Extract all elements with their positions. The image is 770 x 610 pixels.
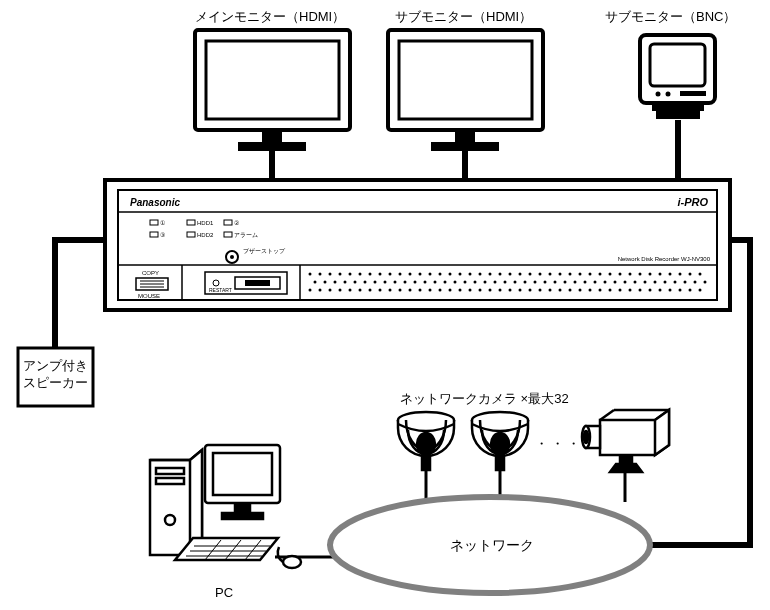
svg-point-60 (419, 273, 422, 276)
svg-point-86 (679, 273, 682, 276)
recorder-copy-label: COPY (142, 270, 159, 276)
svg-point-136 (379, 289, 382, 292)
recorder-brand: Panasonic (130, 197, 180, 208)
svg-point-119 (614, 281, 617, 284)
svg-point-51 (329, 273, 332, 276)
svg-point-73 (549, 273, 552, 276)
svg-point-130 (319, 289, 322, 292)
svg-point-133 (349, 289, 352, 292)
recorder-icon: Panasonic i-PRO ① HDD1 ② ③ HDD2 アラーム ブザー… (105, 180, 730, 310)
svg-point-121 (634, 281, 637, 284)
svg-point-54 (359, 273, 362, 276)
svg-point-189 (491, 433, 509, 455)
svg-point-79 (609, 273, 612, 276)
svg-point-82 (639, 273, 642, 276)
svg-point-56 (379, 273, 382, 276)
svg-point-146 (479, 289, 482, 292)
svg-point-113 (554, 281, 557, 284)
recorder-restart-label: RESTART (209, 287, 232, 293)
cameras-label: ネットワークカメラ ×最大32 (400, 390, 569, 408)
svg-point-157 (589, 289, 592, 292)
svg-point-98 (404, 281, 407, 284)
svg-rect-172 (156, 478, 184, 484)
svg-point-107 (494, 281, 497, 284)
svg-point-159 (609, 289, 612, 292)
svg-point-90 (324, 281, 327, 284)
camera-ellipsis: ・・・ (535, 435, 583, 453)
svg-point-152 (539, 289, 542, 292)
svg-rect-47 (245, 280, 270, 286)
svg-rect-175 (213, 453, 272, 495)
sub-monitor-bnc-label: サブモニター（BNC） (605, 8, 736, 26)
svg-point-195 (584, 431, 588, 443)
svg-point-67 (489, 273, 492, 276)
svg-point-148 (499, 289, 502, 292)
svg-point-83 (649, 273, 652, 276)
svg-point-138 (399, 289, 402, 292)
svg-point-55 (369, 273, 372, 276)
svg-point-100 (424, 281, 427, 284)
svg-point-74 (559, 273, 562, 276)
svg-point-95 (374, 281, 377, 284)
svg-point-65 (469, 273, 472, 276)
svg-point-112 (544, 281, 547, 284)
svg-point-164 (659, 289, 662, 292)
svg-point-134 (359, 289, 362, 292)
svg-point-184 (283, 556, 301, 568)
svg-point-72 (539, 273, 542, 276)
dome-camera-1-icon (398, 412, 454, 470)
svg-point-17 (666, 92, 671, 97)
svg-point-68 (499, 273, 502, 276)
svg-point-135 (369, 289, 372, 292)
svg-point-127 (694, 281, 697, 284)
svg-point-106 (484, 281, 487, 284)
svg-point-104 (464, 281, 467, 284)
pc-icon (150, 445, 301, 568)
recorder-buzzer-label: ブザーストップ (243, 247, 286, 254)
svg-point-89 (314, 281, 317, 284)
svg-rect-187 (422, 456, 430, 470)
svg-point-140 (419, 289, 422, 292)
svg-point-80 (619, 273, 622, 276)
svg-point-50 (319, 273, 322, 276)
svg-point-45 (213, 280, 219, 286)
svg-rect-177 (222, 513, 263, 519)
svg-point-63 (449, 273, 452, 276)
svg-point-81 (629, 273, 632, 276)
svg-point-69 (509, 273, 512, 276)
svg-point-93 (354, 281, 357, 284)
svg-point-163 (649, 289, 652, 292)
svg-rect-11 (399, 41, 532, 119)
svg-point-144 (459, 289, 462, 292)
svg-point-117 (594, 281, 597, 284)
svg-point-84 (659, 273, 662, 276)
svg-point-105 (474, 281, 477, 284)
svg-point-75 (569, 273, 572, 276)
svg-point-142 (439, 289, 442, 292)
sub-monitor-hdmi-label: サブモニター（HDMI） (395, 8, 532, 26)
svg-point-111 (534, 281, 537, 284)
svg-point-150 (519, 289, 522, 292)
svg-point-102 (444, 281, 447, 284)
svg-point-57 (389, 273, 392, 276)
svg-point-158 (599, 289, 602, 292)
svg-point-94 (364, 281, 367, 284)
svg-point-108 (504, 281, 507, 284)
svg-point-131 (329, 289, 332, 292)
svg-text:③: ③ (160, 232, 165, 238)
svg-point-58 (399, 273, 402, 276)
recorder-right-logo: i-PRO (677, 196, 708, 208)
svg-point-71 (529, 273, 532, 276)
svg-rect-20 (656, 111, 700, 119)
svg-point-132 (339, 289, 342, 292)
svg-point-78 (599, 273, 602, 276)
svg-point-168 (699, 289, 702, 292)
svg-point-137 (389, 289, 392, 292)
box-camera-icon (582, 410, 669, 472)
svg-point-160 (619, 289, 622, 292)
svg-point-141 (429, 289, 432, 292)
svg-point-156 (579, 289, 582, 292)
svg-point-145 (469, 289, 472, 292)
svg-line-191 (600, 410, 614, 420)
svg-point-88 (699, 273, 702, 276)
